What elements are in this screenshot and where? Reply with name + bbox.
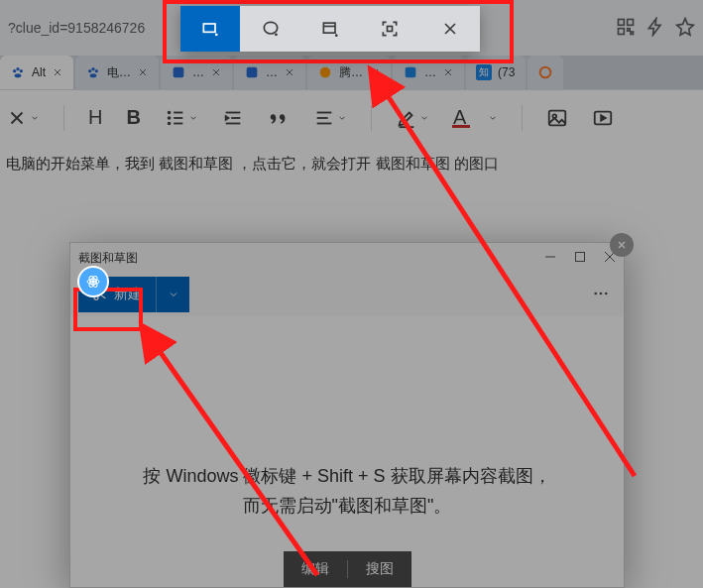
- highlight-button[interactable]: [396, 107, 429, 129]
- favicon-icon: [244, 64, 260, 80]
- svg-rect-50: [388, 27, 393, 32]
- align-button[interactable]: [313, 107, 347, 129]
- close-icon[interactable]: [369, 66, 381, 78]
- svg-point-8: [15, 73, 22, 77]
- close-formatting-button[interactable]: [6, 107, 40, 129]
- search-image-button[interactable]: 搜图: [348, 560, 411, 578]
- tab-label: Alt: [32, 65, 46, 79]
- new-snip-dropdown[interactable]: [156, 277, 189, 312]
- text-color-button[interactable]: A: [453, 106, 498, 129]
- indent-button[interactable]: [222, 107, 244, 129]
- new-snip-label: 新建: [114, 286, 142, 303]
- svg-point-20: [169, 117, 171, 119]
- atom-icon: [85, 274, 101, 290]
- svg-point-39: [600, 292, 603, 294]
- close-icon[interactable]: [210, 66, 222, 78]
- tab-strip: Alt 电… … … 腾… … 知 (73: [0, 56, 703, 89]
- svg-point-15: [320, 67, 331, 78]
- browser-tab[interactable]: 电…: [75, 56, 159, 89]
- svg-rect-1: [628, 19, 634, 25]
- rectangular-snip-button[interactable]: [180, 6, 240, 52]
- tab-label: …: [424, 65, 436, 79]
- edit-button[interactable]: 编辑: [284, 560, 347, 578]
- tab-label: 电…: [107, 64, 131, 81]
- popup-close-badge[interactable]: [610, 233, 634, 257]
- close-icon[interactable]: [284, 66, 295, 78]
- close-snip-button[interactable]: [420, 6, 480, 52]
- browser-tab[interactable]: …: [161, 56, 232, 89]
- browser-tab[interactable]: …: [234, 56, 305, 89]
- close-icon: [440, 19, 460, 39]
- svg-point-51: [92, 281, 95, 284]
- snip-sketch-window: 截图和草图 新建 按 Windows 徽标键 + Shift + S 获取屏幕内…: [69, 242, 625, 588]
- window-snip-button[interactable]: [300, 6, 360, 52]
- close-icon[interactable]: [52, 66, 63, 78]
- document-text: 电脑的开始菜单，我到 截图和草图 ，点击它，就会打开 截图和草图 的图口: [0, 145, 703, 183]
- svg-point-22: [169, 122, 171, 124]
- snip-tip-text: 按 Windows 徽标键 + Shift + S 获取屏幕内容截图， 而无需启…: [103, 461, 590, 522]
- snip-canvas: 按 Windows 徽标键 + Shift + S 获取屏幕内容截图， 而无需启…: [70, 316, 624, 587]
- svg-point-12: [90, 73, 97, 77]
- divider: [522, 105, 523, 131]
- browser-tab[interactable]: 知 (73: [466, 56, 526, 89]
- svg-rect-41: [204, 24, 216, 32]
- browser-tab[interactable]: Alt: [0, 56, 73, 89]
- svg-rect-3: [628, 28, 631, 31]
- snip-mode-toolbar: [180, 6, 480, 52]
- window-snip-icon: [320, 19, 340, 39]
- svg-rect-35: [576, 252, 585, 261]
- chevron-down-icon: [168, 289, 179, 300]
- svg-rect-4: [631, 32, 634, 35]
- list-button[interactable]: [165, 107, 198, 129]
- tab-label: 腾…: [339, 64, 363, 81]
- favicon-icon: [317, 64, 333, 80]
- divider: [63, 105, 64, 131]
- more-button[interactable]: [586, 279, 616, 311]
- browser-tab[interactable]: …: [393, 56, 464, 89]
- fullscreen-snip-button[interactable]: [360, 6, 419, 52]
- maximize-button[interactable]: [574, 251, 586, 266]
- close-icon: [616, 239, 628, 251]
- bold-button[interactable]: B: [126, 106, 140, 129]
- favicon-icon: [403, 64, 418, 80]
- svg-point-5: [13, 69, 16, 72]
- svg-point-9: [88, 69, 91, 72]
- rectangle-snip-icon: [200, 19, 220, 39]
- zhihu-favicon-icon: 知: [476, 64, 492, 80]
- editor-toolbar: H B A: [0, 89, 703, 145]
- bolt-icon[interactable]: [645, 17, 665, 40]
- baidu-favicon-icon: [10, 64, 26, 80]
- divider: [371, 105, 372, 131]
- svg-point-37: [94, 295, 98, 299]
- svg-rect-14: [247, 67, 258, 78]
- quote-button[interactable]: [268, 107, 290, 129]
- baidu-favicon-icon: [85, 64, 101, 80]
- heading-button[interactable]: H: [88, 106, 102, 129]
- window-title: 截图和草图: [78, 250, 138, 267]
- svg-point-18: [169, 111, 171, 113]
- freeform-snip-button[interactable]: [240, 6, 299, 52]
- snip-action-bar: 编辑 搜图: [284, 551, 411, 587]
- close-icon[interactable]: [442, 66, 454, 78]
- fullscreen-snip-icon: [380, 19, 400, 39]
- svg-point-17: [540, 67, 551, 78]
- svg-rect-31: [549, 110, 566, 125]
- image-button[interactable]: [546, 107, 568, 129]
- browser-tab[interactable]: [527, 56, 563, 89]
- svg-rect-13: [174, 67, 184, 78]
- tab-label: (73: [498, 65, 515, 79]
- browser-tab[interactable]: 腾…: [307, 56, 391, 89]
- svg-rect-16: [406, 67, 416, 78]
- svg-rect-46: [323, 23, 335, 33]
- close-icon[interactable]: [137, 66, 149, 78]
- tab-label: …: [192, 65, 204, 79]
- minimize-button[interactable]: [544, 251, 556, 266]
- favicon-icon: [537, 64, 553, 80]
- video-button[interactable]: [592, 107, 614, 129]
- qr-icon[interactable]: [616, 17, 636, 40]
- svg-point-10: [91, 67, 94, 70]
- svg-point-6: [16, 67, 19, 70]
- star-icon[interactable]: [675, 17, 695, 40]
- more-icon: [592, 285, 610, 302]
- svg-rect-2: [619, 28, 625, 34]
